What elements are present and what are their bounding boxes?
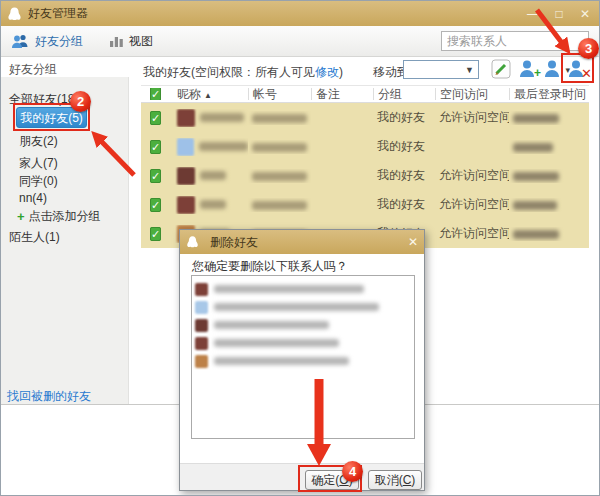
avatar (177, 109, 195, 127)
sidebar-item-strangers[interactable]: 陌生人(1) (9, 229, 60, 246)
space-access-cell: 允许访问空间 (435, 225, 509, 242)
friends-table: ✓ 昵称▲ 帐号 备注 分组 空间访问 最后登录时间 ✓ 我的好友 允许访问空间… (141, 85, 589, 248)
list-item (192, 298, 414, 316)
friend-options-button[interactable]: ▾ (543, 58, 565, 80)
sidebar-item-nn[interactable]: nn(4) (19, 191, 47, 205)
qq-penguin-icon (7, 6, 22, 22)
toolbar: 好友分组 视图 (1, 26, 599, 57)
maximize-button[interactable]: □ (551, 7, 567, 21)
avatar (195, 301, 208, 314)
blurred-contact (214, 357, 349, 365)
main-header-suffix: ) (339, 65, 343, 79)
blurred-account (252, 143, 307, 152)
list-item (192, 334, 414, 352)
table-row[interactable]: ✓ 我的好友 允许访问空间 (141, 161, 589, 190)
main-header-text: 我的好友(空间权限：所有人可见 (143, 65, 315, 79)
row-checkbox[interactable]: ✓ (150, 227, 161, 241)
cancel-button[interactable]: 取消(C) (368, 470, 422, 490)
blurred-last-login (513, 143, 553, 152)
people-group-icon (11, 33, 30, 49)
add-friend-button[interactable]: + (517, 58, 539, 80)
contacts-listbox (191, 275, 415, 439)
blurred-account (252, 172, 307, 181)
avatar (195, 319, 208, 332)
qq-penguin-icon (186, 235, 199, 249)
sidebar-header: 好友分组 (9, 61, 57, 78)
blurred-contact (214, 339, 339, 347)
person-icon (543, 58, 565, 80)
sidebar-item-all-friends[interactable]: 全部好友(18) (9, 91, 78, 108)
avatar (195, 283, 208, 296)
blurred-nickname (200, 113, 244, 122)
table-row[interactable]: ✓ 我的好友 允许访问空间 (141, 190, 589, 219)
column-remark[interactable]: 备注 (311, 88, 373, 100)
table-header-row: ✓ 昵称▲ 帐号 备注 分组 空间访问 最后登录时间 (141, 85, 589, 103)
blurred-contact (214, 285, 364, 293)
friend-manager-window: 好友管理器 — □ ✕ 好友分组 视图 好友分组 全部好友(18) 我的好友(5… (0, 0, 600, 496)
space-access-cell: 允许访问空间 (435, 109, 509, 126)
table-row[interactable]: ✓ 我的好友 允许访问空间 (141, 103, 589, 132)
pencil-icon (490, 58, 512, 80)
search-input[interactable] (441, 31, 589, 51)
bar-chart-icon (109, 34, 124, 48)
edit-remark-button[interactable] (490, 58, 512, 80)
chevron-down-icon: ▼ (465, 65, 474, 75)
blurred-last-login (513, 172, 559, 181)
add-group-label: 点击添加分组 (29, 208, 101, 225)
modify-permission-link[interactable]: 修改 (315, 65, 339, 79)
dialog-message: 您确定要删除以下联系人吗？ (192, 258, 348, 275)
avatar (195, 337, 208, 350)
column-space-access[interactable]: 空间访问 (435, 88, 509, 100)
column-account[interactable]: 帐号 (248, 88, 311, 100)
column-group[interactable]: 分组 (373, 88, 435, 100)
blurred-nickname (199, 142, 248, 151)
select-all-checkbox[interactable]: ✓ (150, 88, 161, 100)
row-checkbox[interactable]: ✓ (150, 169, 161, 183)
group-cell: 我的好友 (373, 167, 435, 184)
ok-button[interactable]: 确定(O) (305, 470, 359, 490)
friend-groups-label: 好友分组 (35, 33, 83, 50)
table-row[interactable]: ✓ 我的好友 (141, 132, 589, 161)
avatar (177, 167, 195, 185)
space-access-cell: 允许访问空间 (435, 196, 509, 213)
window-title: 好友管理器 (28, 5, 88, 22)
titlebar: 好友管理器 — □ ✕ (1, 1, 599, 26)
main-header: 我的好友(空间权限：所有人可见修改) (143, 64, 343, 81)
blurred-account (252, 114, 307, 123)
friend-groups-tool[interactable]: 好友分组 (11, 33, 83, 50)
sidebar-item-friends[interactable]: 朋友(2) (19, 133, 58, 150)
recover-deleted-friends-link[interactable]: 找回被删的好友 (7, 388, 91, 405)
blurred-last-login (513, 230, 559, 239)
sidebar-item-family[interactable]: 家人(7) (19, 155, 58, 172)
plus-icon: + (17, 209, 25, 224)
list-item (192, 280, 414, 298)
close-button[interactable]: ✕ (577, 7, 593, 21)
blurred-last-login (513, 114, 559, 123)
sidebar-add-group[interactable]: + 点击添加分组 (17, 208, 101, 225)
sidebar-item-classmates[interactable]: 同学(0) (19, 173, 58, 190)
friend-groups-sidebar: 全部好友(18) 我的好友(5) 朋友(2) 家人(7) 同学(0) nn(4)… (1, 77, 129, 404)
dialog-close-button[interactable]: ✕ (408, 235, 418, 249)
avatar (195, 355, 208, 368)
delete-friend-button[interactable]: ✕ (567, 58, 589, 80)
column-last-login[interactable]: 最后登录时间 (509, 88, 589, 100)
dialog-footer: 确定(O) 取消(C) (180, 463, 424, 490)
blurred-contact (214, 303, 379, 311)
row-checkbox[interactable]: ✓ (150, 111, 161, 125)
view-tool[interactable]: 视图 (109, 33, 153, 50)
blurred-contact (214, 321, 329, 329)
minimize-button[interactable]: — (525, 7, 541, 21)
group-cell: 我的好友 (373, 138, 435, 155)
blurred-account (252, 201, 307, 210)
move-to-dropdown[interactable]: ▼ (403, 60, 479, 79)
row-checkbox[interactable]: ✓ (150, 198, 161, 212)
sidebar-item-my-friends-selected[interactable]: 我的好友(5) (16, 107, 87, 128)
column-nickname[interactable]: 昵称▲ (173, 88, 248, 100)
window-controls: — □ ✕ (525, 7, 593, 21)
group-cell: 我的好友 (373, 196, 435, 213)
avatar (177, 196, 195, 214)
list-item (192, 316, 414, 334)
row-checkbox[interactable]: ✓ (150, 140, 161, 154)
delete-friend-dialog: 删除好友 ✕ 您确定要删除以下联系人吗？ 确定(O) 取消(C) (179, 229, 425, 491)
add-badge-icon: + (534, 67, 541, 79)
